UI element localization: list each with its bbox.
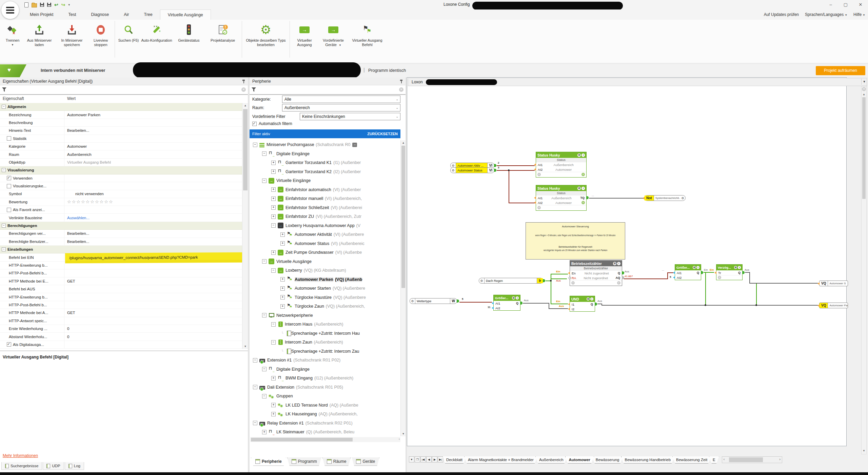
tree-item[interactable]: LK Hauseingang (AQ) (Außenbereich, xyxy=(250,410,400,419)
property-row[interactable]: HTTP-Erweiterung b... xyxy=(0,293,242,301)
tree-expander[interactable] xyxy=(271,250,276,255)
tree-expander[interactable] xyxy=(253,143,257,147)
property-value[interactable]: Virtueller Ausgang Befehl xyxy=(64,160,242,164)
add-input-icon[interactable]: + xyxy=(571,281,575,285)
connector-vq-automower-s[interactable]: VQ Automower S xyxy=(819,281,847,286)
last-sheet-icon[interactable]: ▶| xyxy=(438,456,443,462)
gear-icon[interactable]: ⚙ xyxy=(734,266,737,269)
maximize-button[interactable]: ▢ xyxy=(838,0,853,9)
connector-dach-regen[interactable]: ⚙ Dach Regen Ir xyxy=(479,278,543,284)
tab-scrollbar[interactable]: ‹ › xyxy=(722,456,782,463)
document-tab[interactable]: Bewässerung xyxy=(592,456,623,463)
load-from-miniserver-button[interactable]: Aus Miniserver laden xyxy=(23,21,56,56)
tree-expander[interactable] xyxy=(271,187,276,192)
tree-expander[interactable] xyxy=(280,295,285,300)
reset-filter-button[interactable]: ZURÜCKSETZEN xyxy=(367,132,398,136)
gear-icon[interactable]: ⚙ xyxy=(577,187,581,190)
tree-expander[interactable] xyxy=(253,385,257,389)
bottom-tab[interactable]: UDP xyxy=(43,462,64,470)
tree-expander[interactable] xyxy=(271,403,276,407)
add-input-icon[interactable]: + xyxy=(537,173,541,176)
tree-item[interactable]: Einfahrtstor automatisch (VI) (Außenber xyxy=(250,185,400,194)
scroll-down-icon[interactable]: ▼ xyxy=(242,344,248,349)
new-file-icon[interactable] xyxy=(24,2,28,7)
open-folder-icon[interactable] xyxy=(32,3,37,7)
connector-vq-automower-par[interactable]: VQ Automower Par xyxy=(819,303,847,308)
check-updates-link[interactable]: Auf Updates prüfen xyxy=(764,12,799,17)
document-tab[interactable]: Automower xyxy=(565,456,594,463)
tree-item[interactable]: Zeit Pumpe Grundwasser (VI) (Außenbe xyxy=(250,248,400,257)
group-collapse-icon[interactable]: − xyxy=(2,105,6,109)
property-value[interactable]: Bearbeiten... xyxy=(64,128,242,132)
property-row[interactable]: Abstand Wiederholu... 0 xyxy=(0,333,242,340)
annotation-box[interactable]: Automower Steuerung wenn Regen > 5 Minut… xyxy=(526,222,625,260)
panel-tab[interactable]: Geräte xyxy=(352,457,379,466)
tree-expander[interactable] xyxy=(271,340,276,345)
tree-item[interactable]: Digitale Eingänge xyxy=(250,149,400,159)
tree-item[interactable]: Relay Extension #1 (Schaltschrank R02 P0… xyxy=(250,419,400,428)
info-icon[interactable]: i xyxy=(590,297,593,301)
block-status-husky-1[interactable]: Status Husky⚙i Status AI1Außenbereich AI… xyxy=(536,152,587,178)
tree-item[interactable]: Gartentor Torzustand K2 (I2) (Außenber xyxy=(250,167,400,177)
property-value[interactable]: nicht verwenden xyxy=(64,192,242,196)
gear-icon[interactable]: ⚙ xyxy=(587,297,590,301)
connector-not-system-message[interactable]: Not Systembenachrichti... ⚙ xyxy=(644,195,686,201)
tree-item[interactable]: Automower Parken (VQ) (Außenb xyxy=(250,275,400,284)
property-checkbox[interactable] xyxy=(7,208,11,212)
block-verzoegerung[interactable]: Verzög...⚙i TrQ + xyxy=(716,264,743,280)
property-value[interactable]: /plugins/husqvarna_automower_connect/hus… xyxy=(66,254,242,261)
property-value[interactable]: GET xyxy=(64,311,242,315)
property-row[interactable]: − Einstellungen xyxy=(0,246,242,253)
auto-configuration-button[interactable]: x xx Auto-Konfiguration xyxy=(141,21,173,56)
close-pane-icon[interactable]: ✕ xyxy=(862,87,866,91)
redo-icon[interactable]: ↪ xyxy=(61,2,65,7)
properties-scrollbar[interactable]: ▲ ▼ xyxy=(242,103,248,349)
block-groesser-2[interactable]: Größer...⚙i AI1Q AI2 xyxy=(493,295,520,311)
menu-tab[interactable]: Virtuelle Ausgänge xyxy=(160,9,211,20)
tree-expander[interactable] xyxy=(271,322,276,327)
tree-expander[interactable] xyxy=(280,331,284,335)
save-to-miniserver-button[interactable]: In Miniserver speichern xyxy=(56,21,88,56)
tree-expander[interactable] xyxy=(271,197,276,201)
tree-expander[interactable] xyxy=(253,358,257,363)
tree-item[interactable]: Türglocke Zaun (VQ) (Außenbereich, xyxy=(250,302,400,311)
panel-tab[interactable]: Peripherie xyxy=(251,457,286,466)
block-betriebszeitzaehler[interactable]: Betriebszeitzähler⚙i Betriebszeitzähler … xyxy=(570,260,622,286)
info-icon[interactable]: i xyxy=(617,262,620,265)
panel-tab[interactable]: Räume xyxy=(322,457,351,466)
tree-item[interactable]: Dali Extension (Schaltschrank R01 P05) xyxy=(250,383,400,392)
gear-icon[interactable]: ⚙ xyxy=(577,153,581,157)
property-row[interactable]: Erste Wiederholung ... 0 xyxy=(0,325,242,333)
property-checkbox[interactable] xyxy=(7,342,11,347)
document-tab[interactable]: Bewässerung Handbetrieb xyxy=(621,456,675,463)
scrollbar-thumb[interactable] xyxy=(862,97,866,199)
document-tab[interactable]: Außenbereich xyxy=(535,456,567,463)
minimize-button[interactable]: – xyxy=(823,0,838,9)
tree-item[interactable]: Virtuelle Eingänge xyxy=(250,176,400,185)
tree-item[interactable]: Intercom Zaun (Außenbereich) xyxy=(250,338,400,347)
property-row[interactable]: Verwenden xyxy=(0,174,242,182)
project-cleanup-button[interactable]: Projekt aufräumen xyxy=(816,66,865,75)
predefined-devices-button[interactable]: Vordefinierte Geräte ▼ xyxy=(318,21,349,56)
more-information-link[interactable]: Mehr Informationen xyxy=(3,453,38,458)
device-status-button[interactable]: Gerätestatus xyxy=(173,21,205,56)
gear-icon[interactable]: ⚙ xyxy=(512,296,515,300)
property-value[interactable]: Automower Parken xyxy=(64,113,242,117)
diagram-menu-icon[interactable]: ▼ xyxy=(861,79,867,85)
help-link[interactable]: Hilfe▼ xyxy=(853,12,865,17)
group-collapse-icon[interactable]: − xyxy=(2,247,6,251)
scrollbar-thumb[interactable] xyxy=(243,109,248,190)
tree-expander[interactable] xyxy=(280,286,285,291)
gear-icon[interactable]: ⚙ xyxy=(613,262,616,265)
property-row[interactable]: Befehl bei AUS xyxy=(0,285,242,293)
connector-automower-status[interactable]: ⚙ Automower Status VI xyxy=(450,167,494,173)
tree-expander[interactable] xyxy=(262,367,267,371)
property-row[interactable]: Befehl bei EIN /plugins/husqvarna_automo… xyxy=(0,253,242,261)
edit-same-type-button[interactable]: ⚙ Objekte desselben Typs bearbeiten xyxy=(243,21,288,56)
periphery-filter-row[interactable]: ✕ xyxy=(250,85,406,95)
scroll-down-icon[interactable]: ▼ xyxy=(862,448,866,453)
document-tab[interactable]: Deckblatt xyxy=(442,456,466,463)
tree-item[interactable]: Einfahrtstor manuell (VI) (Außenbereich, xyxy=(250,194,400,203)
pin-icon[interactable] xyxy=(400,80,403,83)
clear-filter-icon[interactable]: ✕ xyxy=(399,87,403,92)
